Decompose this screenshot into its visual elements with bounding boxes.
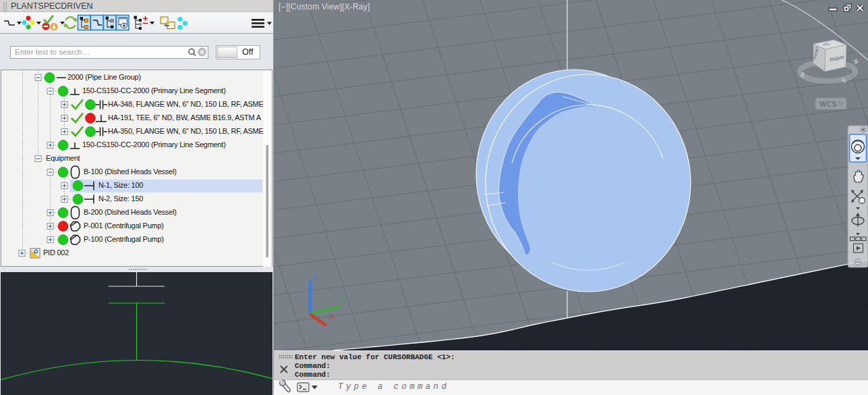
svg-text:Y: Y: [341, 295, 346, 303]
svg-text:WCS: WCS: [819, 100, 837, 108]
svg-text:N: N: [852, 57, 860, 65]
svg-text:X: X: [329, 313, 335, 321]
svg-text:Z: Z: [312, 273, 317, 281]
